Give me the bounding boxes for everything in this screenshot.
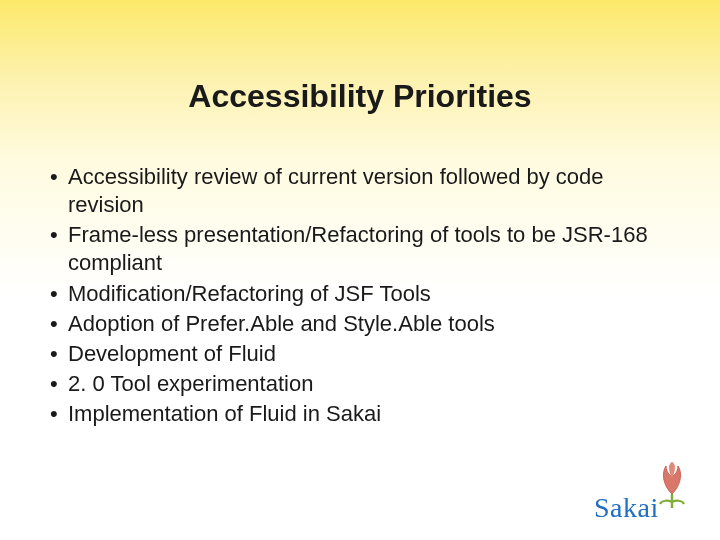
slide: Accessibility Priorities Accessibility r… <box>0 0 720 540</box>
list-item: 2. 0 Tool experimentation <box>40 370 680 398</box>
list-item: Modification/Refactoring of JSF Tools <box>40 280 680 308</box>
logo-text: Sakai <box>594 492 659 524</box>
list-item: Adoption of Prefer.Able and Style.Able t… <box>40 310 680 338</box>
list-item: Development of Fluid <box>40 340 680 368</box>
slide-title: Accessibility Priorities <box>0 0 720 135</box>
list-item: Accessibility review of current version … <box>40 163 680 219</box>
list-item: Frame-less presentation/Refactoring of t… <box>40 221 680 277</box>
bullet-list: Accessibility review of current version … <box>0 163 720 428</box>
list-item: Implementation of Fluid in Sakai <box>40 400 680 428</box>
sakai-logo: Sakai <box>590 458 700 528</box>
